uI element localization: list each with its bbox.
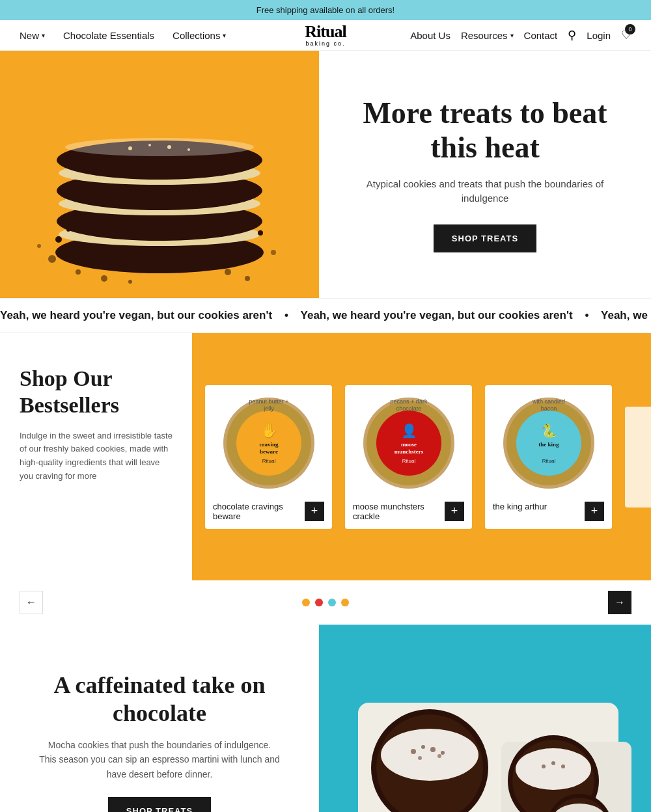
svg-point-19 bbox=[187, 148, 190, 151]
svg-text:moose: moose bbox=[401, 441, 417, 448]
marquee-text: Yeah, we heard you're vegan, but our coo… bbox=[0, 309, 651, 322]
chevron-down-icon: ▾ bbox=[42, 32, 45, 39]
svg-text:munchsters: munchsters bbox=[394, 448, 423, 455]
hero-cta-button[interactable]: SHOP TREATS bbox=[434, 224, 536, 252]
mocha-cta-button[interactable]: SHOP TREATS bbox=[108, 797, 211, 812]
carousel-controls: ← → bbox=[0, 580, 651, 625]
logo-name: Ritual bbox=[305, 23, 346, 40]
search-icon[interactable]: ⚲ bbox=[568, 28, 576, 42]
svg-text:bacon: bacon bbox=[540, 405, 557, 412]
svg-point-7 bbox=[271, 250, 276, 255]
nav-right: About Us Resources ▾ Contact ⚲ Login ♡ 0 bbox=[410, 28, 631, 42]
svg-point-57 bbox=[441, 751, 445, 755]
mocha-title: A caffeinated take on chocolate bbox=[39, 671, 280, 727]
svg-point-18 bbox=[167, 145, 171, 149]
carousel-dot-3[interactable] bbox=[328, 599, 336, 606]
svg-point-22 bbox=[66, 228, 70, 232]
product-card: 👤 moose munchsters Ritual pecans + dark … bbox=[345, 385, 472, 529]
svg-point-20 bbox=[55, 236, 62, 243]
mocha-description: Mocha cookies that push the boundaries o… bbox=[39, 738, 280, 781]
product-image-3: 🐍 the king Ritual with candied bacon bbox=[497, 393, 601, 494]
svg-text:🐍: 🐍 bbox=[540, 423, 557, 439]
product-info-3: the king arthur + bbox=[493, 502, 604, 521]
product-cookie-1: ✋ craving beware Ritual peanut butter + … bbox=[217, 393, 321, 494]
nav-left: New ▾ Chocolate Essentials Collections ▾ bbox=[20, 30, 226, 41]
svg-point-21 bbox=[258, 230, 263, 236]
nav-item-new[interactable]: New ▾ bbox=[20, 30, 45, 41]
svg-text:with candied: with candied bbox=[531, 398, 564, 405]
product-info-1: chocolate cravings beware + bbox=[213, 502, 324, 521]
hero-section: More treats to beat this heat Atypical c… bbox=[0, 51, 651, 298]
svg-point-62 bbox=[516, 748, 591, 790]
partial-product-card bbox=[625, 407, 651, 508]
product-info-2: moose munchsters crackle + bbox=[353, 502, 464, 521]
svg-point-15 bbox=[65, 138, 254, 156]
svg-point-64 bbox=[551, 761, 555, 765]
carousel-prev-button[interactable]: ← bbox=[20, 591, 43, 614]
navigation: New ▾ Chocolate Essentials Collections ▾… bbox=[0, 20, 651, 51]
nav-item-resources[interactable]: Resources ▾ bbox=[461, 30, 514, 41]
svg-point-4 bbox=[225, 269, 231, 275]
carousel-dot-2[interactable] bbox=[315, 599, 323, 606]
svg-point-63 bbox=[542, 765, 546, 768]
svg-point-17 bbox=[148, 144, 151, 146]
svg-point-2 bbox=[101, 275, 107, 282]
add-to-cart-button-1[interactable]: + bbox=[305, 502, 324, 521]
nav-item-collections[interactable]: Collections ▾ bbox=[173, 30, 226, 41]
svg-text:craving: craving bbox=[259, 441, 278, 448]
bestsellers-left: Shop Our Bestsellers Indulge in the swee… bbox=[0, 333, 192, 580]
marquee-section: Yeah, we heard you're vegan, but our coo… bbox=[0, 298, 651, 333]
login-link[interactable]: Login bbox=[587, 30, 611, 41]
svg-text:✋: ✋ bbox=[260, 422, 278, 439]
product-card: 🐍 the king Ritual with candied bacon the… bbox=[485, 385, 612, 529]
product-card: ✋ craving beware Ritual peanut butter + … bbox=[205, 385, 332, 529]
svg-text:Ritual: Ritual bbox=[542, 458, 555, 464]
product-name-1: chocolate cravings beware bbox=[213, 502, 299, 521]
carousel-next-button[interactable]: → bbox=[608, 591, 631, 614]
product-name-3: the king arthur bbox=[493, 502, 579, 511]
logo[interactable]: Ritual baking co. bbox=[305, 23, 346, 47]
logo-sub: baking co. bbox=[305, 40, 346, 47]
svg-text:Ritual: Ritual bbox=[262, 458, 275, 464]
svg-text:pecans + dark: pecans + dark bbox=[390, 398, 427, 405]
svg-point-0 bbox=[48, 255, 56, 263]
svg-point-5 bbox=[245, 276, 250, 281]
svg-point-59 bbox=[437, 754, 441, 758]
svg-text:jelly: jelly bbox=[263, 405, 274, 412]
product-cookie-3: 🐍 the king Ritual with candied bacon bbox=[497, 393, 601, 494]
svg-point-55 bbox=[421, 745, 425, 749]
svg-point-54 bbox=[411, 749, 416, 754]
nav-item-contact[interactable]: Contact bbox=[524, 30, 558, 41]
svg-text:Ritual: Ritual bbox=[402, 458, 415, 464]
product-cookie-2: 👤 moose munchsters Ritual pecans + dark … bbox=[357, 393, 461, 494]
svg-point-53 bbox=[381, 729, 478, 781]
bestsellers-description: Indulge in the sweet and irresistible ta… bbox=[20, 429, 173, 483]
announcement-bar: Free shipping available on all orders! bbox=[0, 0, 651, 20]
svg-text:beware: beware bbox=[260, 448, 278, 455]
cart-button[interactable]: ♡ 0 bbox=[621, 28, 631, 42]
cart-count: 0 bbox=[625, 24, 635, 34]
add-to-cart-button-3[interactable]: + bbox=[585, 502, 604, 521]
carousel-dots bbox=[302, 599, 349, 606]
svg-point-65 bbox=[561, 765, 565, 768]
cookie-stack-illustration bbox=[0, 51, 319, 298]
announcement-text: Free shipping available on all orders! bbox=[256, 5, 395, 15]
hero-title: More treats to beat this heat bbox=[345, 96, 625, 165]
hero-image bbox=[0, 51, 319, 298]
nav-item-chocolate-essentials[interactable]: Chocolate Essentials bbox=[63, 30, 154, 41]
product-name-2: moose munchsters crackle bbox=[353, 502, 439, 521]
hero-subtitle: Atypical cookies and treats that push th… bbox=[345, 177, 625, 206]
carousel-dot-4[interactable] bbox=[341, 599, 349, 606]
svg-text:peanut butter +: peanut butter + bbox=[249, 398, 288, 405]
svg-point-56 bbox=[430, 747, 436, 752]
svg-text:the king: the king bbox=[538, 441, 559, 448]
product-image-1: ✋ craving beware Ritual peanut butter + … bbox=[217, 393, 321, 494]
product-image-2: 👤 moose munchsters Ritual pecans + dark … bbox=[357, 393, 461, 494]
hero-content: More treats to beat this heat Atypical c… bbox=[319, 51, 651, 298]
carousel-dot-1[interactable] bbox=[302, 599, 310, 606]
mocha-section: A caffeinated take on chocolate Mocha co… bbox=[0, 625, 651, 812]
svg-text:chocolate: chocolate bbox=[396, 405, 421, 412]
nav-item-about[interactable]: About Us bbox=[410, 30, 450, 41]
svg-text:👤: 👤 bbox=[400, 423, 417, 439]
add-to-cart-button-2[interactable]: + bbox=[445, 502, 464, 521]
